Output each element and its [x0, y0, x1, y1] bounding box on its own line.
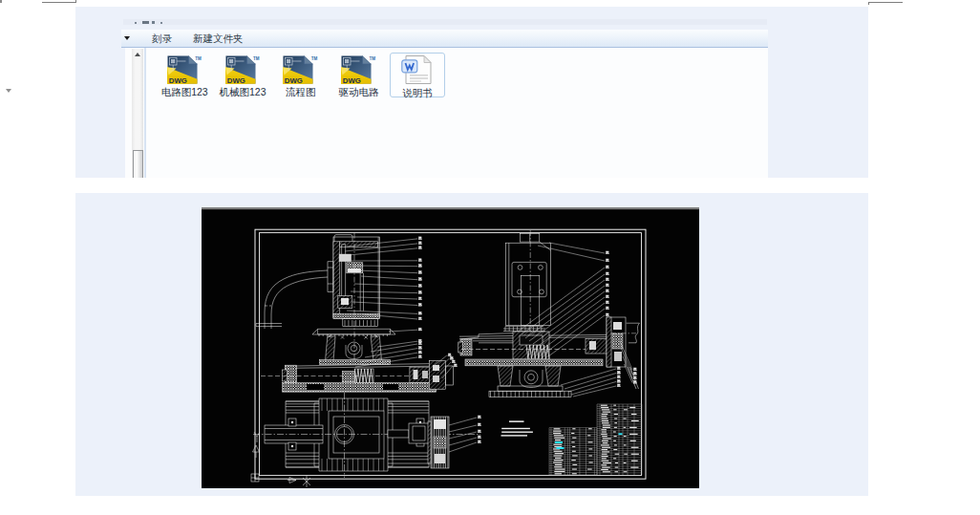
svg-text:DWG: DWG — [285, 76, 303, 84]
svg-text:DWG: DWG — [168, 76, 186, 84]
svg-text:DWG: DWG — [226, 76, 245, 84]
svg-text:DWG: DWG — [343, 76, 361, 84]
